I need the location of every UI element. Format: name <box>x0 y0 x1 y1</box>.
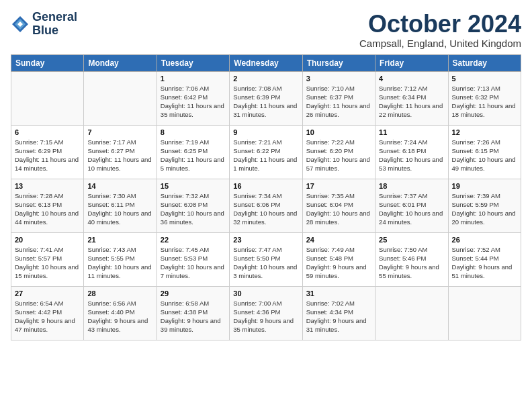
header-day: Tuesday <box>157 54 229 71</box>
calendar-cell: 7Sunrise: 7:17 AM Sunset: 6:27 PM Daylig… <box>84 125 157 179</box>
day-number: 31 <box>306 289 371 298</box>
day-number: 18 <box>379 182 444 190</box>
logo-icon <box>11 15 30 34</box>
header-day: Thursday <box>302 54 375 71</box>
calendar-cell: 15Sunrise: 7:32 AM Sunset: 6:08 PM Dayli… <box>157 179 229 232</box>
logo: General Blue <box>11 11 77 38</box>
day-number: 10 <box>306 128 371 136</box>
calendar-cell: 8Sunrise: 7:19 AM Sunset: 6:25 PM Daylig… <box>157 125 229 179</box>
logo-line2: Blue <box>32 24 77 38</box>
cell-content: Sunrise: 7:45 AM Sunset: 5:53 PM Dayligh… <box>161 245 226 281</box>
calendar-cell: 28Sunrise: 6:56 AM Sunset: 4:40 PM Dayli… <box>84 286 157 340</box>
day-number: 9 <box>233 128 298 136</box>
calendar-table: SundayMondayTuesdayWednesdayThursdayFrid… <box>11 54 521 340</box>
day-number: 26 <box>452 236 517 244</box>
day-number: 11 <box>379 128 444 136</box>
header-day: Sunday <box>11 54 84 71</box>
cell-content: Sunrise: 7:41 AM Sunset: 5:57 PM Dayligh… <box>15 245 80 281</box>
calendar-cell: 16Sunrise: 7:34 AM Sunset: 6:06 PM Dayli… <box>230 179 302 232</box>
calendar-cell: 14Sunrise: 7:30 AM Sunset: 6:11 PM Dayli… <box>84 179 157 232</box>
cell-content: Sunrise: 7:10 AM Sunset: 6:37 PM Dayligh… <box>306 84 371 120</box>
cell-content: Sunrise: 7:12 AM Sunset: 6:34 PM Dayligh… <box>379 84 444 120</box>
day-number: 7 <box>87 128 152 136</box>
day-number: 4 <box>379 75 444 83</box>
cell-content: Sunrise: 6:54 AM Sunset: 4:42 PM Dayligh… <box>15 299 80 334</box>
calendar-cell: 4Sunrise: 7:12 AM Sunset: 6:34 PM Daylig… <box>375 71 448 125</box>
calendar-cell: 25Sunrise: 7:50 AM Sunset: 5:46 PM Dayli… <box>375 232 448 286</box>
cell-content: Sunrise: 7:00 AM Sunset: 4:36 PM Dayligh… <box>233 299 298 334</box>
day-number: 6 <box>15 128 80 136</box>
day-number: 28 <box>87 289 152 298</box>
calendar-week: 6Sunrise: 7:15 AM Sunset: 6:29 PM Daylig… <box>11 125 521 179</box>
day-number: 3 <box>306 75 371 83</box>
calendar-cell: 23Sunrise: 7:47 AM Sunset: 5:50 PM Dayli… <box>230 232 302 286</box>
cell-content: Sunrise: 7:08 AM Sunset: 6:39 PM Dayligh… <box>233 84 298 120</box>
calendar-cell: 18Sunrise: 7:37 AM Sunset: 6:01 PM Dayli… <box>375 179 448 232</box>
calendar-week: 20Sunrise: 7:41 AM Sunset: 5:57 PM Dayli… <box>11 232 521 286</box>
cell-content: Sunrise: 7:49 AM Sunset: 5:48 PM Dayligh… <box>306 245 371 281</box>
day-number: 29 <box>161 289 226 298</box>
day-number: 8 <box>161 128 226 136</box>
calendar-cell: 21Sunrise: 7:43 AM Sunset: 5:55 PM Dayli… <box>84 232 157 286</box>
day-number: 13 <box>15 182 80 190</box>
day-number: 12 <box>452 128 517 136</box>
calendar-cell <box>375 286 448 340</box>
calendar-cell: 9Sunrise: 7:21 AM Sunset: 6:22 PM Daylig… <box>230 125 302 179</box>
calendar-cell: 3Sunrise: 7:10 AM Sunset: 6:37 PM Daylig… <box>302 71 375 125</box>
title-block: October 2024 Campsall, England, United K… <box>359 11 521 49</box>
location-title: Campsall, England, United Kingdom <box>359 38 521 49</box>
calendar-cell: 24Sunrise: 7:49 AM Sunset: 5:48 PM Dayli… <box>302 232 375 286</box>
day-number: 20 <box>15 236 80 244</box>
cell-content: Sunrise: 7:52 AM Sunset: 5:44 PM Dayligh… <box>452 245 517 281</box>
cell-content: Sunrise: 7:19 AM Sunset: 6:25 PM Dayligh… <box>161 138 226 173</box>
day-number: 14 <box>87 182 152 190</box>
cell-content: Sunrise: 7:34 AM Sunset: 6:06 PM Dayligh… <box>233 191 298 227</box>
day-number: 16 <box>233 182 298 190</box>
day-number: 19 <box>452 182 517 190</box>
calendar-week: 13Sunrise: 7:28 AM Sunset: 6:13 PM Dayli… <box>11 179 521 232</box>
calendar-cell: 5Sunrise: 7:13 AM Sunset: 6:32 PM Daylig… <box>448 71 521 125</box>
cell-content: Sunrise: 7:06 AM Sunset: 6:42 PM Dayligh… <box>161 84 226 120</box>
calendar-cell: 22Sunrise: 7:45 AM Sunset: 5:53 PM Dayli… <box>157 232 229 286</box>
cell-content: Sunrise: 7:32 AM Sunset: 6:08 PM Dayligh… <box>161 191 226 227</box>
calendar-cell: 30Sunrise: 7:00 AM Sunset: 4:36 PM Dayli… <box>230 286 302 340</box>
day-number: 1 <box>161 75 226 83</box>
day-number: 25 <box>379 236 444 244</box>
calendar-body: 1Sunrise: 7:06 AM Sunset: 6:42 PM Daylig… <box>11 71 521 340</box>
calendar-cell <box>448 286 521 340</box>
cell-content: Sunrise: 6:56 AM Sunset: 4:40 PM Dayligh… <box>87 299 152 334</box>
cell-content: Sunrise: 7:50 AM Sunset: 5:46 PM Dayligh… <box>379 245 444 281</box>
cell-content: Sunrise: 7:39 AM Sunset: 5:59 PM Dayligh… <box>452 191 517 227</box>
day-number: 24 <box>306 236 371 244</box>
day-number: 5 <box>452 75 517 83</box>
cell-content: Sunrise: 6:58 AM Sunset: 4:38 PM Dayligh… <box>161 299 226 334</box>
calendar-cell: 27Sunrise: 6:54 AM Sunset: 4:42 PM Dayli… <box>11 286 84 340</box>
calendar-cell: 26Sunrise: 7:52 AM Sunset: 5:44 PM Dayli… <box>448 232 521 286</box>
cell-content: Sunrise: 7:37 AM Sunset: 6:01 PM Dayligh… <box>379 191 444 227</box>
day-number: 30 <box>233 289 298 298</box>
month-title: October 2024 <box>359 11 521 38</box>
calendar-cell: 6Sunrise: 7:15 AM Sunset: 6:29 PM Daylig… <box>11 125 84 179</box>
cell-content: Sunrise: 7:24 AM Sunset: 6:18 PM Dayligh… <box>379 138 444 173</box>
day-number: 23 <box>233 236 298 244</box>
calendar-week: 1Sunrise: 7:06 AM Sunset: 6:42 PM Daylig… <box>11 71 521 125</box>
cell-content: Sunrise: 7:22 AM Sunset: 6:20 PM Dayligh… <box>306 138 371 173</box>
day-number: 27 <box>15 289 80 298</box>
day-number: 17 <box>306 182 371 190</box>
cell-content: Sunrise: 7:02 AM Sunset: 4:34 PM Dayligh… <box>306 299 371 334</box>
cell-content: Sunrise: 7:43 AM Sunset: 5:55 PM Dayligh… <box>87 245 152 281</box>
calendar-header: SundayMondayTuesdayWednesdayThursdayFrid… <box>11 54 521 71</box>
calendar-cell: 13Sunrise: 7:28 AM Sunset: 6:13 PM Dayli… <box>11 179 84 232</box>
cell-content: Sunrise: 7:13 AM Sunset: 6:32 PM Dayligh… <box>452 84 517 120</box>
cell-content: Sunrise: 7:30 AM Sunset: 6:11 PM Dayligh… <box>87 191 152 227</box>
calendar-cell: 10Sunrise: 7:22 AM Sunset: 6:20 PM Dayli… <box>302 125 375 179</box>
day-number: 2 <box>233 75 298 83</box>
cell-content: Sunrise: 7:47 AM Sunset: 5:50 PM Dayligh… <box>233 245 298 281</box>
calendar-cell: 19Sunrise: 7:39 AM Sunset: 5:59 PM Dayli… <box>448 179 521 232</box>
page-header: General Blue October 2024 Campsall, Engl… <box>11 11 521 49</box>
header-day: Saturday <box>448 54 521 71</box>
logo-line1: General <box>32 11 77 24</box>
header-day: Wednesday <box>230 54 302 71</box>
header-row: SundayMondayTuesdayWednesdayThursdayFrid… <box>11 54 521 71</box>
cell-content: Sunrise: 7:35 AM Sunset: 6:04 PM Dayligh… <box>306 191 371 227</box>
